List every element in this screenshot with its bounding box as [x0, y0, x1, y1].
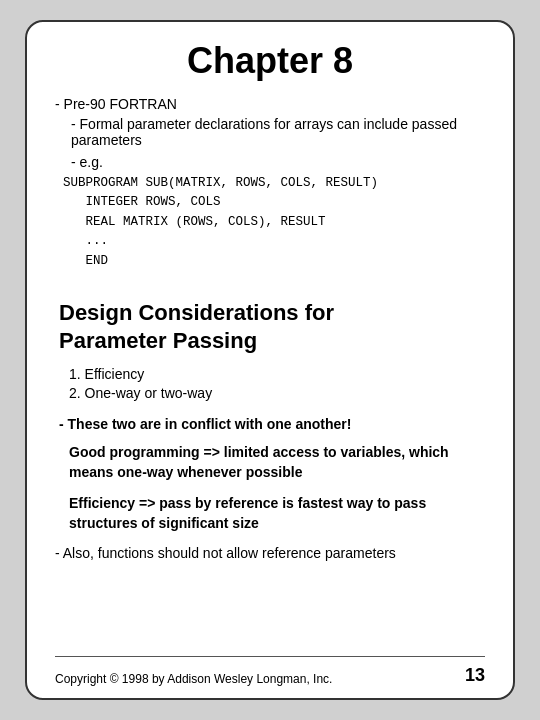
pre90-section: - Pre-90 FORTRAN - Formal parameter decl…	[55, 96, 485, 275]
conflict-note: - These two are in conflict with one ano…	[59, 416, 485, 432]
code-example: SUBPROGRAM SUB(MATRIX, ROWS, COLS, RESUL…	[63, 174, 485, 271]
bullet-formal-params: - Formal parameter declarations for arra…	[71, 116, 485, 148]
bullet-pre90: - Pre-90 FORTRAN	[55, 96, 485, 112]
slide-card: Chapter 8 - Pre-90 FORTRAN - Formal para…	[25, 20, 515, 700]
good-programming-note: Good programming => limited access to va…	[69, 442, 485, 483]
design-heading: Design Considerations for Parameter Pass…	[59, 299, 485, 356]
numbered-item-2: 2. One-way or two-way	[69, 385, 485, 401]
page-number: 13	[465, 665, 485, 686]
efficiency-note: Efficiency => pass by reference is faste…	[69, 493, 485, 534]
chapter-title: Chapter 8	[55, 40, 485, 82]
eg-label: - e.g.	[71, 154, 485, 170]
design-heading-line2: Parameter Passing	[59, 328, 257, 353]
numbered-item-1: 1. Efficiency	[69, 366, 485, 382]
numbered-list: 1. Efficiency 2. One-way or two-way	[69, 366, 485, 404]
design-heading-line1: Design Considerations for	[59, 300, 334, 325]
also-note: - Also, functions should not allow refer…	[55, 545, 485, 561]
footer: Copyright © 1998 by Addison Wesley Longm…	[55, 656, 485, 686]
copyright-text: Copyright © 1998 by Addison Wesley Longm…	[55, 672, 332, 686]
